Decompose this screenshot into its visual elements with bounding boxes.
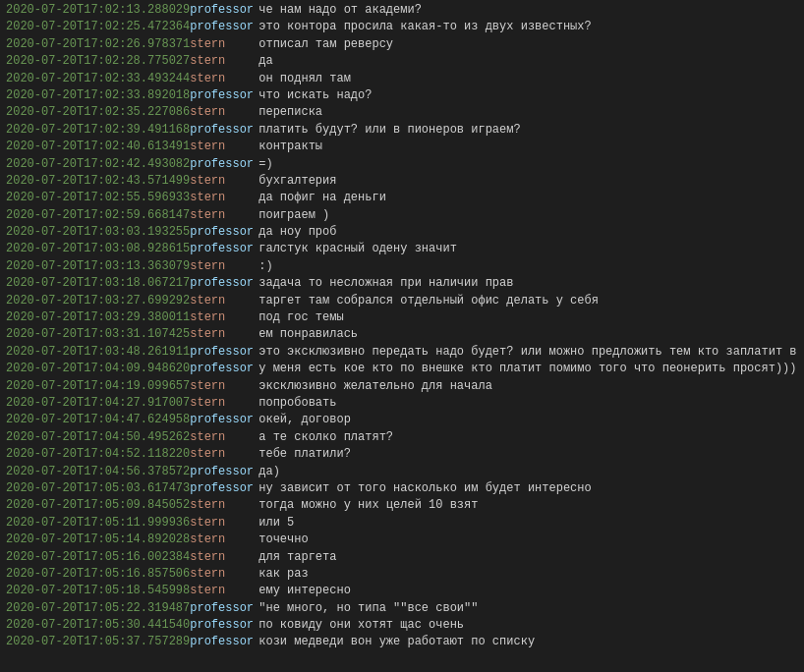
- chat-line: 2020-07-20T17:05:16.002384stern для тарг…: [4, 549, 800, 566]
- username: stern: [190, 497, 258, 514]
- chat-line: 2020-07-20T17:04:09.948620professor у ме…: [4, 361, 800, 377]
- chat-line: 2020-07-20T17:04:50.495262stern а те ско…: [4, 429, 800, 446]
- username: stern: [190, 139, 258, 155]
- username: stern: [190, 515, 258, 532]
- username: professor: [190, 617, 258, 634]
- timestamp: 2020-07-20T17:02:55.596933: [6, 190, 190, 206]
- username: stern: [190, 326, 258, 343]
- timestamp: 2020-07-20T17:03:08.928615: [6, 241, 190, 257]
- message: тогда можно у них целей 10 взят: [258, 497, 798, 514]
- timestamp: 2020-07-20T17:04:19.099657: [6, 378, 190, 395]
- message: тебе платили?: [258, 446, 798, 463]
- message: окей, договор: [258, 412, 798, 428]
- message: кози медведи вон уже работают по списку: [258, 634, 798, 650]
- timestamp: 2020-07-20T17:04:47.624958: [6, 412, 190, 428]
- username: stern: [190, 446, 258, 463]
- chat-line: 2020-07-20T17:02:39.491168professor плат…: [4, 122, 800, 139]
- username: professor: [190, 344, 258, 361]
- message: галстук красный одену значит: [258, 241, 798, 257]
- message: как раз: [258, 566, 798, 583]
- chat-line: 2020-07-20T17:02:33.892018professor что …: [4, 87, 800, 104]
- message: это контора просила какая-то из двух изв…: [258, 19, 798, 35]
- chat-line: 2020-07-20T17:05:30.441540professor по к…: [4, 617, 800, 634]
- chat-line: 2020-07-20T17:04:52.118220stern тебе пла…: [4, 446, 800, 463]
- chat-line: 2020-07-20T17:02:43.571499stern бухгалте…: [4, 173, 800, 190]
- username: professor: [190, 241, 258, 257]
- username: professor: [190, 87, 258, 104]
- username: professor: [190, 19, 258, 35]
- username: stern: [190, 549, 258, 566]
- username: professor: [190, 224, 258, 241]
- message: попробовать: [258, 395, 798, 412]
- timestamp: 2020-07-20T17:03:31.107425: [6, 326, 190, 343]
- chat-line: 2020-07-20T17:03:13.363079stern :): [4, 258, 800, 275]
- chat-line: 2020-07-20T17:02:25.472364professor это …: [4, 19, 800, 35]
- chat-line: 2020-07-20T17:03:48.261911professor это …: [4, 344, 800, 361]
- timestamp: 2020-07-20T17:03:13.363079: [6, 258, 190, 275]
- message: поиграем ): [258, 207, 798, 224]
- chat-line: 2020-07-20T17:05:22.319487professor "не …: [4, 600, 800, 617]
- username: stern: [190, 583, 258, 599]
- timestamp: 2020-07-20T17:02:28.775027: [6, 53, 190, 70]
- username: professor: [190, 361, 258, 377]
- chat-container: 2020-07-20T17:02:13.288029professor че н…: [0, 0, 804, 653]
- timestamp: 2020-07-20T17:05:18.545998: [6, 583, 190, 599]
- username: professor: [190, 156, 258, 173]
- username: stern: [190, 53, 258, 70]
- chat-line: 2020-07-20T17:02:35.227086stern переписк…: [4, 104, 800, 121]
- timestamp: 2020-07-20T17:05:30.441540: [6, 617, 190, 634]
- message: контракты: [258, 139, 798, 155]
- message: че нам надо от академи?: [258, 2, 798, 19]
- username: professor: [190, 2, 258, 19]
- chat-line: 2020-07-20T17:02:59.668147stern поиграем…: [4, 207, 800, 224]
- chat-line: 2020-07-20T17:02:28.775027stern да: [4, 53, 800, 70]
- chat-line: 2020-07-20T17:05:37.757289professor кози…: [4, 634, 800, 650]
- message: "не много, но типа ""все свои"": [258, 600, 798, 617]
- timestamp: 2020-07-20T17:05:37.757289: [6, 634, 190, 650]
- message: задача то несложная при наличии прав: [258, 275, 798, 292]
- chat-line: 2020-07-20T17:04:56.378572professor да): [4, 464, 800, 480]
- timestamp: 2020-07-20T17:02:43.571499: [6, 173, 190, 190]
- message: да ноу проб: [258, 224, 798, 241]
- message: бухгалтерия: [258, 173, 798, 190]
- timestamp: 2020-07-20T17:02:59.668147: [6, 207, 190, 224]
- chat-line: 2020-07-20T17:03:27.699292stern таргет т…: [4, 293, 800, 309]
- chat-line: 2020-07-20T17:05:18.545998stern ему инте…: [4, 583, 800, 599]
- timestamp: 2020-07-20T17:02:40.613491: [6, 139, 190, 155]
- username: professor: [190, 464, 258, 480]
- message: он поднял там: [258, 71, 798, 87]
- timestamp: 2020-07-20T17:02:13.288029: [6, 2, 190, 19]
- message: у меня есть кое кто по внешке кто платит…: [258, 361, 798, 377]
- username: stern: [190, 429, 258, 446]
- message: :): [258, 258, 798, 275]
- message: по ковиду они хотят щас очень: [258, 617, 798, 634]
- message: =): [258, 156, 798, 173]
- timestamp: 2020-07-20T17:05:03.617473: [6, 480, 190, 497]
- chat-line: 2020-07-20T17:03:29.380011stern под гос …: [4, 309, 800, 326]
- timestamp: 2020-07-20T17:05:14.892028: [6, 532, 190, 548]
- username: stern: [190, 71, 258, 87]
- username: stern: [190, 104, 258, 121]
- timestamp: 2020-07-20T17:02:35.227086: [6, 104, 190, 121]
- timestamp: 2020-07-20T17:03:18.067217: [6, 275, 190, 292]
- chat-line: 2020-07-20T17:03:18.067217professor зада…: [4, 275, 800, 292]
- message: это эксклюзивно передать надо будет? или…: [258, 344, 804, 361]
- chat-line: 2020-07-20T17:05:11.999936stern или 5: [4, 515, 800, 532]
- timestamp: 2020-07-20T17:04:09.948620: [6, 361, 190, 377]
- message: да): [258, 464, 798, 480]
- timestamp: 2020-07-20T17:04:52.118220: [6, 446, 190, 463]
- message: или 5: [258, 515, 798, 532]
- timestamp: 2020-07-20T17:02:42.493082: [6, 156, 190, 173]
- chat-line: 2020-07-20T17:05:09.845052stern тогда мо…: [4, 497, 800, 514]
- message: точечно: [258, 532, 798, 548]
- chat-line: 2020-07-20T17:04:27.917007stern попробов…: [4, 395, 800, 412]
- timestamp: 2020-07-20T17:04:56.378572: [6, 464, 190, 480]
- chat-line: 2020-07-20T17:02:42.493082professor =): [4, 156, 800, 173]
- timestamp: 2020-07-20T17:02:25.472364: [6, 19, 190, 35]
- username: stern: [190, 309, 258, 326]
- message: для таргета: [258, 549, 798, 566]
- username: professor: [190, 634, 258, 650]
- message: что искать надо?: [258, 87, 798, 104]
- timestamp: 2020-07-20T17:05:22.319487: [6, 600, 190, 617]
- username: stern: [190, 532, 258, 548]
